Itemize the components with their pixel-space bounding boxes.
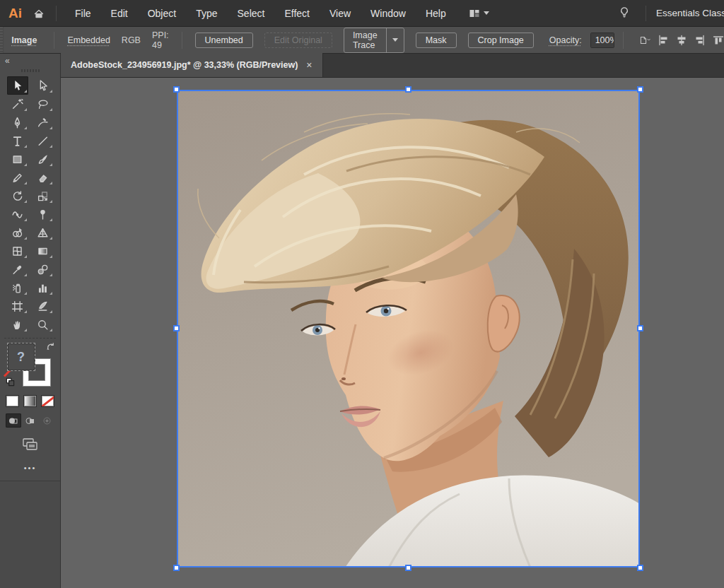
paintbrush-tool[interactable] [33, 150, 54, 168]
slice-tool[interactable] [33, 297, 54, 315]
ppi-value: PPI: 49 [152, 30, 169, 50]
swap-fill-stroke-icon[interactable] [46, 341, 55, 354]
lasso-tool[interactable] [33, 95, 54, 113]
menu-view[interactable]: View [320, 0, 361, 27]
line-segment-tool[interactable] [33, 131, 54, 150]
selection-handle-middle-right[interactable] [637, 325, 643, 331]
curvature-tool[interactable] [33, 113, 54, 131]
panel-drag-handle[interactable] [0, 68, 60, 74]
workspace-switcher[interactable]: Essentials Class [656, 8, 724, 18]
selection-handle-top-left[interactable] [173, 86, 180, 93]
opacity-control[interactable]: 100% > [590, 33, 614, 48]
rectangle-tool[interactable] [7, 150, 28, 168]
toolbar-empty-area [0, 481, 60, 588]
menubar-divider [56, 6, 57, 21]
align-center-horizontal-icon[interactable] [676, 35, 687, 46]
selection-handle-bottom-right[interactable] [637, 565, 643, 571]
direct-selection-tool[interactable] [33, 76, 54, 95]
color-button[interactable] [6, 395, 19, 407]
draw-behind-mode[interactable] [23, 413, 38, 428]
selection-tool[interactable] [7, 76, 28, 95]
document-tab-bar: AdobeStock_234956919.jpg* @ 33,33% (RGB/… [61, 54, 724, 78]
artboard-tool[interactable] [7, 297, 28, 315]
draw-inside-mode [40, 413, 55, 428]
placed-image[interactable] [177, 90, 640, 568]
color-mode-value: RGB [122, 35, 141, 45]
drawing-mode-buttons [0, 413, 60, 428]
shape-builder-tool[interactable] [7, 223, 28, 242]
menu-bar: Ai File Edit Object Type Select Effect V… [0, 0, 724, 27]
control-bar: Image Embedded RGB PPI: 49 Unembed Edit … [0, 27, 724, 54]
home-icon[interactable] [33, 8, 45, 19]
panel-grip[interactable] [0, 27, 4, 53]
selection-type-label[interactable]: Image [11, 35, 37, 45]
scale-tool[interactable] [33, 187, 54, 205]
menu-object[interactable]: Object [138, 0, 186, 27]
portrait-photo [177, 90, 640, 568]
arrange-documents-button[interactable] [469, 8, 489, 19]
pencil-tool[interactable] [7, 168, 28, 187]
selection-handle-top-right[interactable] [637, 86, 643, 93]
tools-panel: « [0, 54, 61, 588]
fill-swatch[interactable]: ? [7, 343, 35, 371]
width-tool[interactable] [7, 205, 28, 223]
menu-help[interactable]: Help [416, 0, 456, 27]
pen-tool[interactable] [7, 113, 28, 131]
controlbar-divider [623, 32, 624, 49]
menu-type[interactable]: Type [186, 0, 227, 27]
magic-wand-tool[interactable] [7, 95, 28, 113]
rotate-tool[interactable] [7, 187, 28, 205]
gradient-tool[interactable] [33, 242, 54, 260]
embedded-link[interactable]: Embedded [67, 35, 110, 45]
close-tab-icon[interactable]: × [306, 59, 312, 71]
opacity-input[interactable]: 100% [591, 33, 614, 47]
type-tool[interactable] [7, 131, 28, 150]
selection-handle-top-center[interactable] [405, 86, 411, 93]
eraser-tool[interactable] [33, 168, 54, 187]
crop-image-button[interactable]: Crop Image [468, 33, 534, 48]
menu-edit[interactable]: Edit [101, 0, 138, 27]
mesh-tool[interactable] [7, 242, 28, 260]
draw-normal-mode[interactable] [6, 413, 21, 428]
chevron-down-icon [484, 11, 489, 15]
align-top-vertical-icon[interactable] [713, 35, 724, 46]
menu-window[interactable]: Window [361, 0, 416, 27]
change-screen-mode-button[interactable] [0, 437, 60, 452]
menu-file[interactable]: File [65, 0, 101, 27]
selection-handle-bottom-left[interactable] [173, 565, 180, 571]
zoom-tool[interactable] [33, 315, 54, 334]
menu-effect[interactable]: Effect [274, 0, 320, 27]
puppet-warp-tool[interactable] [33, 205, 54, 223]
align-right-icon[interactable] [694, 35, 706, 46]
discover-lightbulb-icon[interactable] [619, 6, 630, 20]
selection-handle-bottom-center[interactable] [405, 565, 411, 571]
default-fill-stroke-icon[interactable] [6, 377, 15, 389]
column-graph-tool[interactable] [33, 278, 54, 297]
canvas[interactable] [61, 78, 724, 588]
document-options-icon[interactable] [639, 35, 650, 46]
menu-select[interactable]: Select [228, 0, 275, 27]
selection-handle-middle-left[interactable] [173, 325, 180, 331]
controlbar-divider [182, 32, 182, 49]
align-left-icon[interactable] [658, 35, 669, 46]
eyedropper-tool[interactable] [7, 260, 28, 278]
none-button[interactable] [41, 395, 54, 407]
document-tab-title: AdobeStock_234956919.jpg* @ 33,33% (RGB/… [71, 60, 298, 70]
menubar-divider [646, 6, 646, 21]
collapse-panel-button[interactable]: « [5, 56, 10, 66]
image-trace-button-group[interactable]: Image Trace [344, 28, 404, 53]
mask-button[interactable]: Mask [416, 33, 457, 48]
document-tab[interactable]: AdobeStock_234956919.jpg* @ 33,33% (RGB/… [61, 53, 323, 77]
opacity-label[interactable]: Opacity: [549, 35, 582, 45]
fill-stroke-control: ? [6, 343, 55, 387]
edit-toolbar-button[interactable]: ••• [0, 464, 60, 472]
symbol-sprayer-tool[interactable] [7, 278, 28, 297]
blend-tool[interactable] [33, 260, 54, 278]
fill-unknown-value: ? [17, 350, 25, 365]
perspective-grid-tool[interactable] [33, 223, 54, 242]
hand-tool[interactable] [7, 315, 28, 334]
image-trace-button[interactable]: Image Trace [344, 28, 386, 52]
unembed-button[interactable]: Unembed [195, 33, 253, 48]
gradient-button[interactable] [23, 395, 37, 407]
image-trace-dropdown[interactable] [386, 28, 404, 52]
